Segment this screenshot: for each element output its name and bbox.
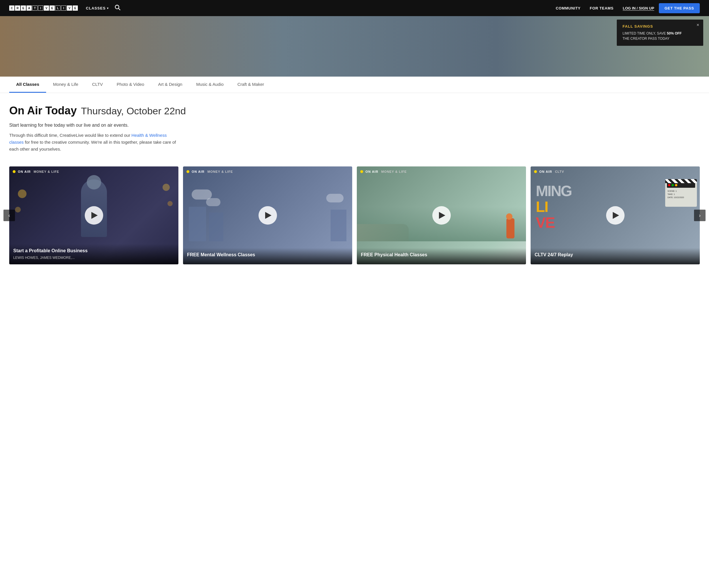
- tab-photo-video[interactable]: Photo & Video: [110, 77, 151, 93]
- card-4-play-button[interactable]: [606, 206, 625, 225]
- navigation: C R E A T I V E L I V E CLASSES ▾ COMMUN…: [0, 0, 709, 16]
- on-air-text-4: ON AIR: [539, 170, 552, 173]
- card-1[interactable]: ON AIR MONEY & LIFE Start a Profitable O…: [9, 166, 178, 264]
- card-4-badge: ON AIR CLTV: [534, 170, 564, 173]
- desc-start: Through this difficult time, CreativeLiv…: [9, 133, 131, 138]
- on-air-text-3: ON AIR: [365, 170, 378, 173]
- tab-cltv[interactable]: CLTV: [85, 77, 110, 93]
- play-icon-4: [613, 212, 619, 219]
- card-4-title: CLTV 24/7 Replay: [535, 252, 696, 258]
- community-link[interactable]: COMMUNITY: [556, 6, 580, 10]
- cards-list: ON AIR MONEY & LIFE Start a Profitable O…: [9, 166, 700, 264]
- classes-menu[interactable]: CLASSES ▾: [86, 6, 109, 10]
- card-3-info: FREE Physical Health Classes: [357, 248, 526, 264]
- card-3-title: FREE Physical Health Classes: [361, 252, 522, 258]
- logo-v2: V: [67, 5, 72, 11]
- on-air-dot: [13, 170, 16, 173]
- card-4-category: CLTV: [555, 170, 564, 173]
- card-1-play-button[interactable]: [85, 206, 103, 225]
- card-1-instructor: LEWIS HOWES, JAMES WEDMORE,...: [13, 256, 174, 260]
- logo-i: I: [38, 5, 43, 11]
- logo-e2: E: [50, 5, 55, 11]
- logo-t: T: [32, 5, 37, 11]
- classes-label: CLASSES: [86, 6, 106, 10]
- close-icon[interactable]: ×: [697, 23, 699, 28]
- desc-end: for free to the creative community. We'r…: [9, 140, 176, 151]
- left-arrow-icon: ‹: [8, 213, 10, 219]
- logo-e1: E: [21, 5, 26, 11]
- get-pass-button[interactable]: GET THE PASS: [659, 3, 700, 13]
- card-2-title: FREE Mental Wellness Classes: [187, 252, 348, 258]
- tab-money-life[interactable]: Money & Life: [46, 77, 85, 93]
- chevron-down-icon: ▾: [107, 7, 109, 10]
- search-icon[interactable]: [114, 4, 121, 12]
- card-1-category: MONEY & LIFE: [34, 170, 59, 173]
- logo-i2: I: [61, 5, 66, 11]
- card-1-info: Start a Profitable Online Business LEWIS…: [9, 244, 178, 264]
- svg-line-1: [119, 8, 120, 10]
- logo-r: R: [15, 5, 20, 11]
- card-1-badge: ON AIR MONEY & LIFE: [13, 170, 59, 173]
- card-2-info: FREE Mental Wellness Classes: [183, 248, 352, 264]
- card-3-category: MONEY & LIFE: [381, 170, 407, 173]
- on-air-date: Thursday, October 22nd: [81, 105, 186, 116]
- card-3[interactable]: ON AIR MONEY & LIFE FREE Physical Health…: [357, 166, 526, 264]
- card-2-category: MONEY & LIFE: [208, 170, 233, 173]
- promo-highlight: 50% OFF: [667, 31, 682, 35]
- promo-badge: FALL SAVINGS: [623, 24, 698, 29]
- on-air-text: ON AIR: [18, 170, 31, 173]
- on-air-title: On Air Today: [9, 105, 77, 117]
- cards-section: ‹ ON AIR MONEY & LIFE: [9, 166, 700, 264]
- next-arrow[interactable]: ›: [694, 209, 706, 221]
- on-air-text-2: ON AIR: [192, 170, 205, 173]
- promo-line2: THE CREATOR PASS TODAY: [623, 36, 669, 40]
- hero-background: [0, 16, 709, 77]
- main-content: On Air Today Thursday, October 22nd Star…: [0, 93, 709, 282]
- card-4[interactable]: MING LI VE SCENE: 1 TAKE: 1 DATE: 10/22/…: [531, 166, 700, 264]
- card-1-title: Start a Profitable Online Business: [13, 248, 174, 254]
- tab-art-design[interactable]: Art & Design: [151, 77, 189, 93]
- promo-line1: LIMITED TIME ONLY, SAVE: [623, 31, 667, 35]
- logo-l: L: [55, 5, 60, 11]
- for-teams-link[interactable]: FOR TEAMS: [590, 6, 613, 10]
- tab-all-classes[interactable]: All Classes: [9, 77, 46, 93]
- tab-music-audio[interactable]: Music & Audio: [189, 77, 231, 93]
- svg-point-0: [115, 5, 119, 9]
- hero-banner: × FALL SAVINGS LIMITED TIME ONLY, SAVE 5…: [0, 16, 709, 77]
- play-icon: [91, 212, 98, 219]
- on-air-dot-3: [360, 170, 363, 173]
- on-air-dot-4: [534, 170, 537, 173]
- card-2-badge: ON AIR MONEY & LIFE: [186, 170, 233, 173]
- right-arrow-icon: ›: [699, 213, 701, 219]
- logo-c: C: [9, 5, 15, 11]
- card-4-info: CLTV 24/7 Replay: [531, 248, 700, 264]
- promo-banner: × FALL SAVINGS LIMITED TIME ONLY, SAVE 5…: [617, 20, 703, 46]
- logo-a: A: [27, 5, 32, 11]
- prev-arrow[interactable]: ‹: [3, 209, 15, 221]
- promo-text: LIMITED TIME ONLY, SAVE 50% OFF THE CREA…: [623, 31, 698, 41]
- category-tabs: All Classes Money & Life CLTV Photo & Vi…: [0, 77, 709, 93]
- logo-v: V: [44, 5, 49, 11]
- card-3-badge: ON AIR MONEY & LIFE: [360, 170, 407, 173]
- on-air-subtitle: Start learning for free today with our l…: [9, 123, 700, 128]
- tab-craft-maker[interactable]: Craft & Maker: [231, 77, 271, 93]
- on-air-dot-2: [186, 170, 189, 173]
- logo-e3: E: [73, 5, 78, 11]
- login-link[interactable]: LOG IN / SIGN UP: [623, 6, 654, 10]
- on-air-description: Through this difficult time, CreativeLiv…: [9, 132, 182, 152]
- logo[interactable]: C R E A T I V E L I V E: [9, 5, 78, 11]
- card-3-play-button[interactable]: [432, 206, 451, 225]
- card-2-play-button[interactable]: [259, 206, 277, 225]
- play-icon-2: [265, 212, 271, 219]
- card-2[interactable]: ON AIR MONEY & LIFE FREE Mental Wellness…: [183, 166, 352, 264]
- play-icon-3: [439, 212, 445, 219]
- on-air-header: On Air Today Thursday, October 22nd: [9, 105, 700, 117]
